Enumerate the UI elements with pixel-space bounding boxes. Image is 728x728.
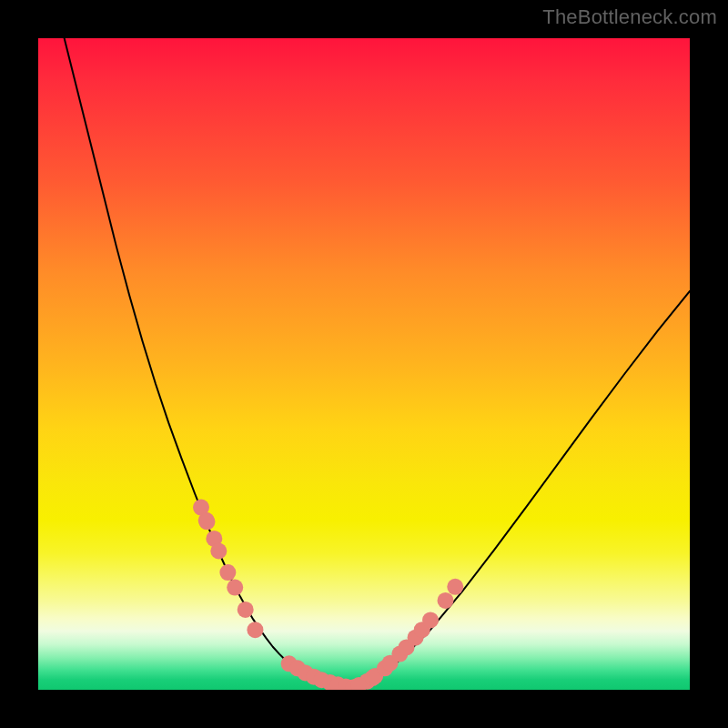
data-point xyxy=(210,542,227,559)
data-point xyxy=(238,602,254,618)
points-group xyxy=(193,500,463,690)
bottleneck-curve-path xyxy=(65,38,690,688)
data-point xyxy=(438,592,454,609)
curve-group xyxy=(65,38,690,688)
data-point xyxy=(227,580,243,596)
chart-svg-layer xyxy=(38,38,690,690)
chart-frame: TheBottleneck.com xyxy=(0,0,728,728)
data-point xyxy=(422,612,439,628)
watermark-text: TheBottleneck.com xyxy=(542,5,717,29)
data-point xyxy=(219,564,236,581)
data-point xyxy=(247,622,263,638)
data-point xyxy=(447,579,463,595)
data-point xyxy=(198,513,215,530)
